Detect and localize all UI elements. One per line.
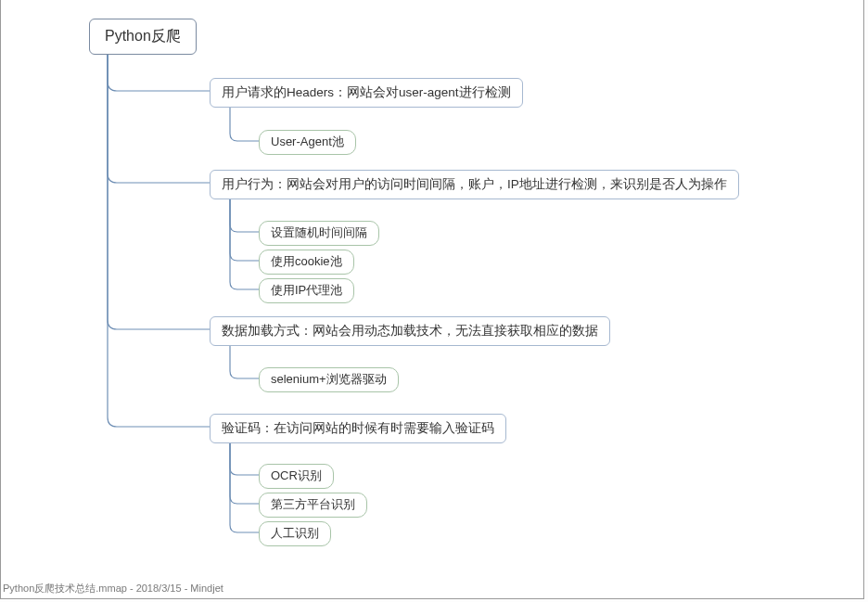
category-node-user-behavior[interactable]: 用户行为：网站会对用户的访问时间间隔，账户，IP地址进行检测，来识别是否人为操作 (210, 170, 739, 199)
leaf-node-manual[interactable]: 人工识别 (259, 521, 331, 546)
leaf-label: 设置随机时间间隔 (271, 225, 367, 239)
leaf-node-random-interval[interactable]: 设置随机时间间隔 (259, 221, 379, 246)
category-label: 数据加载方式：网站会用动态加载技术，无法直接获取相应的数据 (222, 324, 598, 338)
category-label: 用户请求的Headers：网站会对user-agent进行检测 (222, 85, 511, 99)
leaf-label: 使用cookie池 (271, 254, 342, 268)
leaf-node-third-party[interactable]: 第三方平台识别 (259, 493, 367, 518)
leaf-node-ip-proxy-pool[interactable]: 使用IP代理池 (259, 278, 354, 303)
footer-status: Python反爬技术总结.mmap - 2018/3/15 - Mindjet (3, 582, 223, 596)
leaf-node-ocr[interactable]: OCR识别 (259, 464, 334, 489)
category-node-headers[interactable]: 用户请求的Headers：网站会对user-agent进行检测 (210, 78, 523, 108)
footer-label: Python反爬技术总结.mmap - 2018/3/15 - Mindjet (3, 583, 223, 594)
leaf-label: 第三方平台识别 (271, 497, 355, 511)
category-node-captcha[interactable]: 验证码：在访问网站的时候有时需要输入验证码 (210, 414, 506, 443)
category-label: 验证码：在访问网站的时候有时需要输入验证码 (222, 421, 494, 435)
category-label: 用户行为：网站会对用户的访问时间间隔，账户，IP地址进行检测，来识别是否人为操作 (222, 177, 727, 191)
leaf-node-cookie-pool[interactable]: 使用cookie池 (259, 250, 354, 275)
leaf-node-selenium[interactable]: selenium+浏览器驱动 (259, 367, 399, 392)
leaf-label: OCR识别 (271, 468, 322, 482)
leaf-label: User-Agent池 (271, 134, 344, 148)
root-label: Python反爬 (105, 28, 181, 44)
leaf-node-user-agent-pool[interactable]: User-Agent池 (259, 130, 356, 155)
category-node-dynamic-loading[interactable]: 数据加载方式：网站会用动态加载技术，无法直接获取相应的数据 (210, 316, 610, 346)
root-node[interactable]: Python反爬 (89, 19, 197, 55)
leaf-label: selenium+浏览器驱动 (271, 372, 387, 386)
leaf-label: 使用IP代理池 (271, 283, 342, 297)
leaf-label: 人工识别 (271, 526, 319, 540)
mindmap-frame: Python反爬 用户请求的Headers：网站会对user-agent进行检测… (0, 0, 864, 599)
